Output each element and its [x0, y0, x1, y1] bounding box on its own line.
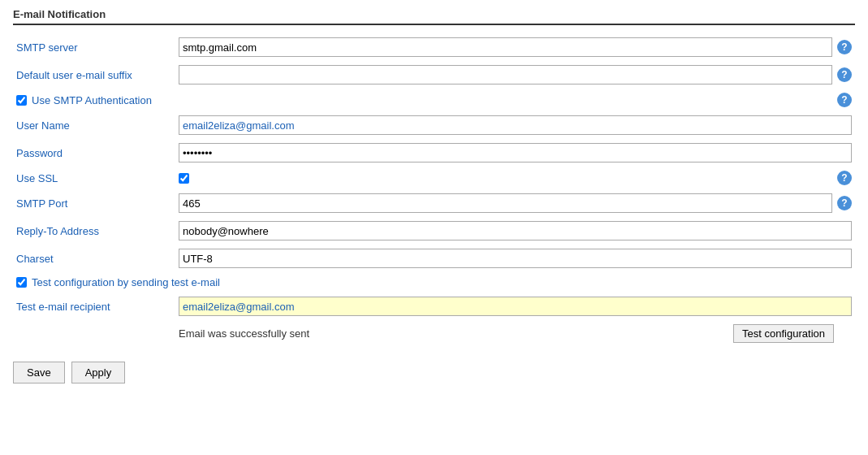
username-row: User Name	[13, 111, 855, 139]
default-suffix-help-icon[interactable]: ?	[837, 67, 852, 82]
status-message: Email was successfully sent	[179, 327, 309, 340]
reply-to-row: Reply-To Address	[13, 217, 855, 245]
smtp-auth-checkbox[interactable]	[16, 95, 27, 106]
reply-to-cell	[175, 217, 855, 245]
test-config-check-row: Test configuration by sending test e-mai…	[13, 272, 855, 292]
test-config-checkbox[interactable]	[16, 277, 27, 288]
smtp-server-cell: ?	[175, 33, 855, 61]
username-label: User Name	[13, 111, 175, 139]
test-recipient-input[interactable]	[179, 297, 852, 316]
status-cell: Email was successfully sent Test configu…	[175, 320, 855, 347]
use-ssl-help-icon[interactable]: ?	[837, 171, 852, 185]
smtp-server-row: SMTP server ?	[13, 33, 855, 61]
test-recipient-row: Test e-mail recipient	[13, 292, 855, 320]
form-table: SMTP server ? Default user e-mail suffix…	[13, 33, 855, 347]
default-suffix-label: Default user e-mail suffix	[13, 61, 175, 89]
smtp-server-help-icon[interactable]: ?	[837, 40, 852, 54]
charset-row: Charset	[13, 245, 855, 272]
default-suffix-input-group: ?	[179, 65, 852, 84]
charset-cell	[175, 245, 855, 272]
status-row: Email was successfully sent Test configu…	[13, 320, 855, 347]
charset-label: Charset	[13, 245, 175, 272]
default-suffix-input[interactable]	[179, 65, 832, 84]
test-config-button[interactable]: Test configuration	[733, 324, 834, 343]
reply-to-input[interactable]	[179, 221, 852, 240]
default-suffix-cell: ?	[175, 61, 855, 89]
bottom-buttons: Save Apply	[13, 362, 855, 384]
password-label: Password	[13, 139, 175, 167]
apply-button[interactable]: Apply	[71, 362, 126, 384]
test-config-label: Test configuration by sending test e-mai…	[32, 276, 220, 288]
use-ssl-group: ?	[179, 171, 852, 185]
test-config-check-cell: Test configuration by sending test e-mai…	[13, 272, 855, 292]
section-title: E-mail Notification	[13, 8, 855, 25]
smtp-port-help-icon[interactable]: ?	[837, 196, 852, 210]
reply-to-label: Reply-To Address	[13, 217, 175, 245]
test-recipient-label: Test e-mail recipient	[13, 292, 175, 320]
smtp-auth-label: Use SMTP Authentication	[32, 94, 152, 106]
username-input[interactable]	[179, 115, 852, 135]
use-ssl-checkbox[interactable]	[179, 173, 189, 184]
save-button[interactable]: Save	[13, 362, 65, 384]
page-container: E-mail Notification SMTP server ? Defaul…	[0, 0, 868, 400]
test-recipient-cell	[175, 292, 855, 320]
charset-input[interactable]	[179, 249, 852, 268]
username-cell	[175, 111, 855, 139]
password-input[interactable]	[179, 143, 852, 162]
test-config-checkbox-group: Test configuration by sending test e-mai…	[16, 276, 852, 288]
password-row: Password	[13, 139, 855, 167]
smtp-auth-help-icon[interactable]: ?	[837, 93, 852, 107]
smtp-port-input-group: ?	[179, 193, 852, 213]
smtp-port-input[interactable]	[179, 193, 832, 213]
use-ssl-row: Use SSL ?	[13, 167, 855, 189]
smtp-port-cell: ?	[175, 189, 855, 217]
smtp-auth-row: Use SMTP Authentication ?	[13, 89, 855, 111]
smtp-auth-cell: Use SMTP Authentication ?	[13, 89, 855, 111]
password-cell	[175, 139, 855, 167]
smtp-port-row: SMTP Port ?	[13, 189, 855, 217]
smtp-auth-checkbox-group: Use SMTP Authentication ?	[16, 93, 852, 107]
smtp-server-input[interactable]	[179, 37, 832, 57]
smtp-port-label: SMTP Port	[13, 189, 175, 217]
status-group: Email was successfully sent Test configu…	[179, 324, 852, 343]
status-empty-cell	[13, 320, 175, 347]
default-suffix-row: Default user e-mail suffix ?	[13, 61, 855, 89]
use-ssl-label: Use SSL	[13, 167, 175, 189]
smtp-server-input-group: ?	[179, 37, 852, 57]
use-ssl-cell: ?	[175, 167, 855, 189]
smtp-server-label: SMTP server	[13, 33, 175, 61]
